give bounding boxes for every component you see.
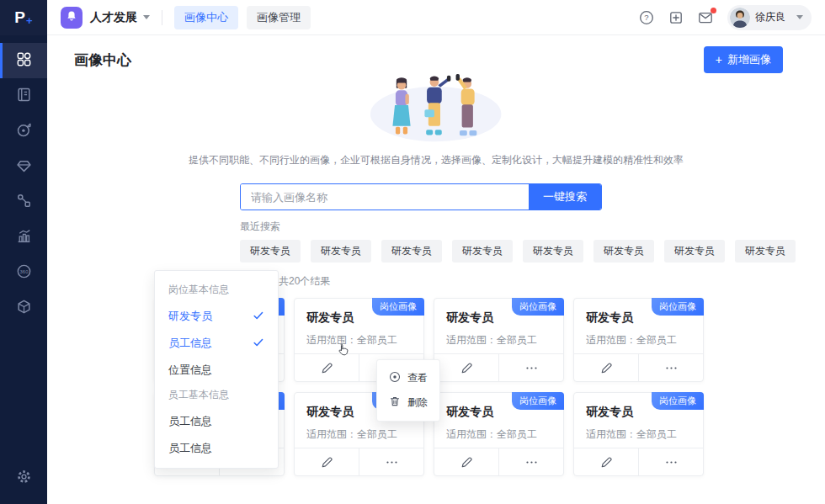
- portrait-card[interactable]: 岗位画像 研发专员 适用范围：全部员工: [573, 392, 704, 476]
- portrait-card[interactable]: 岗位画像 研发专员 适用范围：全部员工: [434, 392, 564, 476]
- edit-button[interactable]: [574, 448, 639, 475]
- sidebar-item-settings[interactable]: [0, 460, 47, 496]
- sidebar-item-dashboard[interactable]: [0, 43, 47, 78]
- recent-tag[interactable]: 研发专员: [452, 240, 513, 263]
- recent-search-tags: 研发专员 研发专员 研发专员 研发专员 研发专员 研发专员 研发专员 研发专员: [240, 240, 602, 263]
- card-footer: [434, 448, 563, 475]
- pencil-icon: [600, 362, 613, 374]
- diamond-icon: [16, 157, 32, 177]
- target-icon: [16, 122, 32, 141]
- sidebar-item-diamond[interactable]: [0, 149, 47, 184]
- app-switcher-button[interactable]: [61, 7, 82, 29]
- filter-section-header: 岗位基本信息: [168, 283, 264, 297]
- recent-search-label: 最近搜索: [240, 220, 602, 234]
- app-name[interactable]: 人才发展: [90, 10, 137, 25]
- ellipsis-icon: [525, 362, 538, 374]
- filter-option[interactable]: 员工信息: [168, 414, 264, 429]
- logo-plus: +: [26, 14, 33, 27]
- ellipsis-icon: [665, 362, 678, 374]
- flow-nodes-icon: [16, 193, 32, 212]
- sidebar-item-cube[interactable]: [0, 290, 47, 326]
- check-icon: [253, 310, 264, 324]
- more-button[interactable]: [499, 448, 563, 475]
- search-box: 一键搜索: [240, 183, 602, 210]
- more-button[interactable]: [359, 448, 423, 475]
- search-input[interactable]: [241, 184, 529, 210]
- filter-option[interactable]: 员工信息: [168, 441, 264, 456]
- portrait-card[interactable]: 岗位画像 研发专员 适用范围：全部员工: [573, 298, 704, 382]
- add-portrait-button[interactable]: + 新增画像: [704, 46, 783, 73]
- avatar: [730, 8, 750, 28]
- card-scope: 适用范围：全部员工: [306, 427, 423, 442]
- filter-section-header: 员工基本信息: [168, 388, 264, 402]
- delete-menu-item[interactable]: 删除: [387, 390, 429, 415]
- gear-icon: [16, 469, 32, 488]
- recent-tag[interactable]: 研发专员: [593, 240, 654, 263]
- sidebar-item-analytics[interactable]: [0, 220, 47, 255]
- card-scope: 适用范围：全部员工: [586, 333, 703, 347]
- card-footer: [574, 448, 703, 475]
- topbar-right: ? 徐庆良: [639, 5, 812, 30]
- search-button[interactable]: 一键搜索: [529, 184, 601, 210]
- card-footer: [574, 353, 703, 381]
- eye-icon: [389, 371, 401, 385]
- recent-tag[interactable]: 研发专员: [240, 240, 301, 263]
- filter-option[interactable]: 位置信息: [168, 363, 264, 378]
- topbar-main: 人才发展 画像中心 画像管理 ? 徐庆良: [47, 0, 825, 34]
- app-logo[interactable]: P+: [0, 0, 47, 35]
- recent-tag[interactable]: 研发专员: [664, 240, 725, 263]
- mail-icon[interactable]: [698, 10, 713, 25]
- filter-option[interactable]: 研发专员: [168, 309, 264, 324]
- check-icon: [253, 337, 264, 351]
- pencil-icon: [460, 362, 473, 374]
- user-menu[interactable]: 徐庆良: [727, 5, 812, 30]
- more-button[interactable]: [639, 354, 703, 381]
- result-count: 共20个结果: [279, 274, 330, 289]
- divider: [162, 10, 162, 25]
- edit-button[interactable]: [434, 354, 499, 381]
- recent-tag[interactable]: 研发专员: [381, 240, 442, 263]
- page-header: 画像中心 + 新增画像: [47, 35, 825, 73]
- filter-option[interactable]: 员工信息: [168, 336, 264, 351]
- card-badge: 岗位画像: [372, 298, 424, 316]
- sidebar-item-360[interactable]: 360: [0, 255, 47, 290]
- view-menu-item[interactable]: 查看: [387, 366, 429, 390]
- filter-dropdown-panel: 岗位基本信息 研发专员 员工信息 位置信息 员工基本信息 员工信息 员工信息: [154, 270, 279, 469]
- edit-button[interactable]: [295, 448, 359, 475]
- card-badge: 岗位画像: [652, 392, 704, 410]
- recent-tag[interactable]: 研发专员: [311, 240, 371, 263]
- card-scope: 适用范围：全部员工: [586, 427, 703, 442]
- card-scope: 适用范围：全部员工: [446, 333, 563, 347]
- edit-button[interactable]: [574, 354, 639, 381]
- recent-tag[interactable]: 研发专员: [523, 240, 583, 263]
- portrait-card[interactable]: 岗位画像 研发专员 适用范围：全部员工: [434, 298, 564, 382]
- user-name: 徐庆良: [755, 10, 785, 24]
- pencil-icon: [321, 362, 333, 374]
- ellipsis-icon: [525, 456, 538, 469]
- tab-portrait-manage[interactable]: 画像管理: [247, 6, 311, 29]
- search-area: 一键搜索 最近搜索 研发专员 研发专员 研发专员 研发专员 研发专员 研发专员 …: [240, 183, 602, 263]
- more-button[interactable]: [499, 354, 563, 381]
- edit-button[interactable]: [295, 354, 359, 381]
- help-icon[interactable]: ?: [639, 10, 654, 25]
- pencil-icon: [600, 456, 613, 469]
- cube-icon: [16, 299, 32, 318]
- recent-tag[interactable]: 研发专员: [735, 240, 796, 263]
- ellipsis-icon: [665, 456, 678, 469]
- more-button[interactable]: [639, 448, 703, 475]
- tab-portrait-center[interactable]: 画像中心: [174, 6, 238, 29]
- pencil-icon: [460, 456, 473, 469]
- chevron-down-icon: [796, 15, 803, 19]
- topbar: P+ 人才发展 画像中心 画像管理 ? 徐庆良: [0, 0, 825, 35]
- sidebar-item-flow[interactable]: [0, 184, 47, 220]
- sidebar-item-target[interactable]: [0, 114, 47, 149]
- logo-text: P: [14, 8, 25, 27]
- card-footer: [434, 353, 563, 381]
- sidebar-item-journal[interactable]: [0, 78, 47, 114]
- apps-grid-icon: [16, 51, 32, 71]
- hero-illustration: [47, 73, 825, 144]
- new-document-icon[interactable]: [668, 10, 684, 25]
- edit-button[interactable]: [434, 448, 499, 475]
- chevron-down-icon[interactable]: [143, 15, 150, 19]
- bar-chart-icon: [16, 228, 32, 247]
